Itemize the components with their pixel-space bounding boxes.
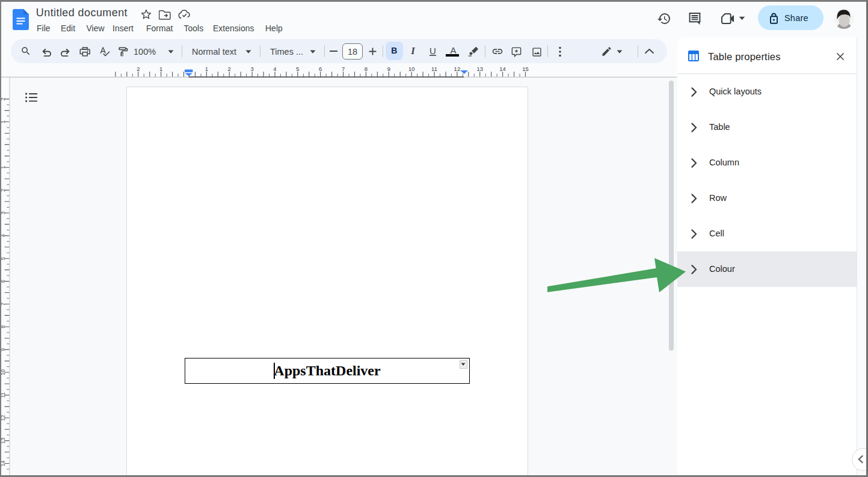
svg-text:12: 12 bbox=[1, 415, 6, 421]
svg-text:1: 1 bbox=[205, 66, 208, 72]
svg-text:11: 11 bbox=[431, 66, 437, 72]
svg-text:7: 7 bbox=[1, 303, 6, 306]
svg-text:6: 6 bbox=[319, 66, 322, 72]
svg-text:15: 15 bbox=[522, 66, 529, 72]
svg-text:8: 8 bbox=[365, 66, 368, 72]
svg-text:14: 14 bbox=[1, 460, 6, 466]
svg-text:1: 1 bbox=[1, 166, 6, 169]
svg-text:9: 9 bbox=[1, 348, 6, 351]
svg-text:4: 4 bbox=[1, 234, 6, 237]
svg-text:13: 13 bbox=[1, 438, 6, 444]
svg-text:10: 10 bbox=[1, 369, 6, 375]
svg-text:11: 11 bbox=[1, 392, 6, 398]
svg-text:1: 1 bbox=[159, 66, 162, 72]
svg-text:6: 6 bbox=[1, 280, 6, 283]
svg-text:2: 2 bbox=[1, 189, 6, 192]
svg-text:7: 7 bbox=[342, 66, 345, 72]
svg-text:4: 4 bbox=[273, 66, 276, 72]
svg-text:2: 2 bbox=[1, 97, 6, 100]
svg-text:1: 1 bbox=[1, 120, 6, 123]
svg-text:12: 12 bbox=[454, 66, 461, 72]
svg-text:13: 13 bbox=[476, 66, 483, 72]
svg-text:5: 5 bbox=[296, 66, 299, 72]
svg-text:14: 14 bbox=[499, 66, 506, 72]
svg-text:3: 3 bbox=[1, 211, 6, 214]
svg-text:8: 8 bbox=[1, 325, 6, 328]
svg-text:10: 10 bbox=[408, 66, 415, 72]
svg-text:5: 5 bbox=[1, 257, 6, 260]
svg-text:9: 9 bbox=[387, 66, 390, 72]
svg-text:2: 2 bbox=[137, 66, 140, 72]
svg-text:2: 2 bbox=[228, 66, 231, 72]
svg-text:3: 3 bbox=[250, 66, 253, 72]
